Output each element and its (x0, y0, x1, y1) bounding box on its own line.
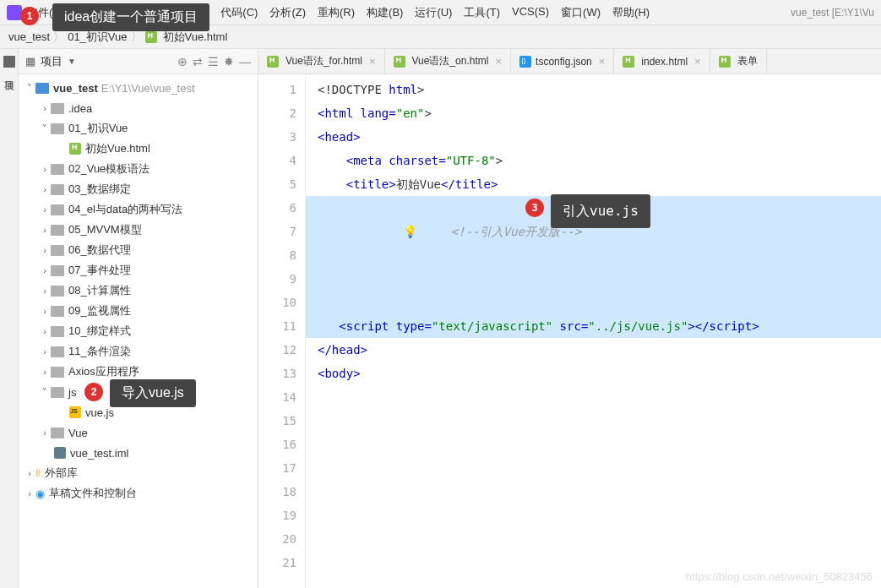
html-file-icon (623, 56, 634, 68)
editor-body[interactable]: 1 2 3 4 5 6 7 8 9 10 11 12 13 14 15 16 1 (258, 74, 881, 588)
folder-icon (51, 123, 64, 134)
menu-analyze[interactable]: 分析(Z) (269, 5, 306, 20)
js-file-icon (69, 406, 81, 418)
close-icon[interactable]: × (599, 55, 606, 68)
tree-item-01[interactable]: ˅01_初识Vue (19, 118, 258, 139)
expand-icon[interactable]: ⇄ (193, 55, 203, 68)
tree-item-06[interactable]: ›06_数据代理 (19, 240, 258, 260)
project-label[interactable]: 项目 (41, 54, 63, 69)
chevron-right-icon[interactable]: › (24, 488, 35, 498)
editor-tab[interactable]: Vue语法_on.html× (385, 49, 512, 74)
editor-tab[interactable]: tsconfig.json× (511, 49, 614, 74)
dropdown-icon[interactable]: ▼ (68, 57, 76, 66)
tree-root[interactable]: ˅ vue_test E:\Y1\Vue\vue_test (19, 78, 258, 98)
chevron-right-icon[interactable]: › (39, 346, 51, 357)
menu-build[interactable]: 构建(B) (367, 5, 403, 20)
editor-tab[interactable]: Vue语法_for.html× (258, 49, 385, 74)
library-icon: ⫴ (35, 466, 41, 480)
chevron-right-icon[interactable]: › (39, 427, 51, 438)
tree-item-js[interactable]: ˅js 2 导入vue.js (19, 382, 258, 402)
tree-label: 01_初识Vue (68, 121, 128, 136)
bulb-icon[interactable]: 💡 (403, 225, 417, 238)
menu-help[interactable]: 帮助(H) (612, 5, 650, 20)
tree-item-03[interactable]: ›03_数据绑定 (19, 179, 258, 199)
tree-item-05[interactable]: ›05_MVVM模型 (19, 220, 258, 240)
tab-label: index.html (641, 56, 688, 68)
line-number: 4 (258, 149, 296, 172)
chevron-right-icon[interactable]: › (39, 326, 51, 336)
html-file-icon (719, 56, 731, 68)
line-number: 21 (258, 551, 296, 574)
menu-run[interactable]: 运行(U) (415, 5, 452, 20)
menu-window[interactable]: 窗口(W) (561, 5, 601, 20)
collapse-icon[interactable]: ☰ (208, 55, 219, 68)
html-file-icon (267, 56, 279, 68)
menu-tools[interactable]: 工具(T) (464, 5, 500, 20)
tree-item-09[interactable]: ›09_监视属性 (19, 301, 258, 321)
tree-label: js (68, 386, 76, 399)
tree-item-04[interactable]: ›04_el与data的两种写法 (19, 199, 258, 220)
folder-icon (51, 367, 64, 378)
folder-icon (51, 103, 64, 114)
chevron-down-icon[interactable]: ˅ (24, 83, 35, 94)
tree-item-vue[interactable]: ›Vue (19, 422, 258, 443)
tree-item-scratch[interactable]: ›◉草稿文件和控制台 (19, 483, 258, 504)
chevron-down-icon[interactable]: ˅ (39, 123, 51, 134)
editor-tab[interactable]: 表单 (710, 49, 767, 74)
line-number: 15 (258, 409, 296, 433)
project-panel: ▦ 项目 ▼ ⊕ ⇄ ☰ ✸ — ˅ vue_test E:\Y1\Vue\vu… (19, 49, 258, 588)
chevron-right-icon[interactable]: › (39, 164, 51, 174)
tree-label: 03_数据绑定 (68, 182, 131, 197)
chevron-right-icon[interactable]: › (39, 286, 51, 296)
close-icon[interactable]: × (369, 55, 376, 68)
tree-item-file[interactable]: 初始Vue.html (19, 139, 258, 159)
tree-item-08[interactable]: ›08_计算属性 (19, 280, 258, 301)
editor-tabs: Vue语法_for.html× Vue语法_on.html× tsconfig.… (258, 49, 881, 74)
editor-tab[interactable]: index.html× (614, 49, 710, 74)
chevron-right-icon[interactable]: › (39, 103, 51, 113)
menu-code[interactable]: 代码(C) (220, 5, 258, 20)
locate-icon[interactable]: ⊕ (177, 55, 188, 68)
chevron-down-icon[interactable]: ˅ (39, 387, 51, 398)
chevron-right-icon[interactable]: › (39, 225, 51, 235)
chevron-right-icon[interactable]: › (39, 306, 51, 316)
folder-icon (51, 164, 64, 175)
code-content[interactable]: <!DOCTYPE html> <html lang="en"> <head> … (306, 74, 881, 588)
chevron-right-icon[interactable]: › (39, 367, 51, 377)
html-file-icon (394, 56, 405, 68)
watermark: https://blog.csdn.net/weixin_50823456 (686, 570, 873, 583)
hide-icon[interactable]: — (239, 55, 251, 68)
chevron-right-icon[interactable]: › (39, 265, 51, 275)
tree-item-02[interactable]: ›02_Vue模板语法 (19, 159, 258, 179)
folder-icon (51, 265, 64, 276)
tree-item-11[interactable]: ›11_条件渲染 (19, 341, 258, 362)
close-icon[interactable]: × (495, 55, 502, 68)
line-number: 7 (258, 220, 296, 243)
tree-item-libs[interactable]: ›⫴外部库 (19, 463, 258, 483)
project-tree[interactable]: ˅ vue_test E:\Y1\Vue\vue_test ›.idea ˅01… (19, 74, 258, 507)
crumb-folder[interactable]: 01_初识Vue (68, 30, 127, 45)
menu-vcs[interactable]: VCS(S) (512, 5, 549, 20)
side-tool-window-bar[interactable]: 项目 (0, 49, 19, 588)
chevron-right-icon[interactable]: › (24, 468, 35, 478)
folder-icon (51, 245, 64, 256)
tree-item-idea[interactable]: ›.idea (19, 98, 258, 118)
crumb-project[interactable]: vue_test (8, 30, 50, 43)
tree-label: vue_test (53, 82, 98, 95)
close-icon[interactable]: × (694, 55, 701, 68)
tab-label: 表单 (737, 54, 758, 68)
tree-item-iml[interactable]: vue_test.iml (19, 443, 258, 463)
settings-icon[interactable]: ✸ (224, 55, 234, 68)
annotation-2: 导入vue.js (110, 379, 196, 407)
chevron-right-icon[interactable]: › (39, 184, 51, 194)
tree-item-10[interactable]: ›10_绑定样式 (19, 321, 258, 341)
chevron-right-icon[interactable]: › (39, 204, 51, 215)
project-tool-icon (3, 56, 15, 68)
json-file-icon (519, 56, 531, 68)
gutter: 1 2 3 4 5 6 7 8 9 10 11 12 13 14 15 16 1 (258, 74, 306, 588)
crumb-file[interactable]: 初始Vue.html (163, 30, 228, 45)
menu-refactor[interactable]: 重构(R) (318, 5, 355, 20)
tree-label: 06_数据代理 (68, 242, 131, 258)
tree-item-07[interactable]: ›07_事件处理 (19, 260, 258, 280)
chevron-right-icon[interactable]: › (39, 245, 51, 255)
